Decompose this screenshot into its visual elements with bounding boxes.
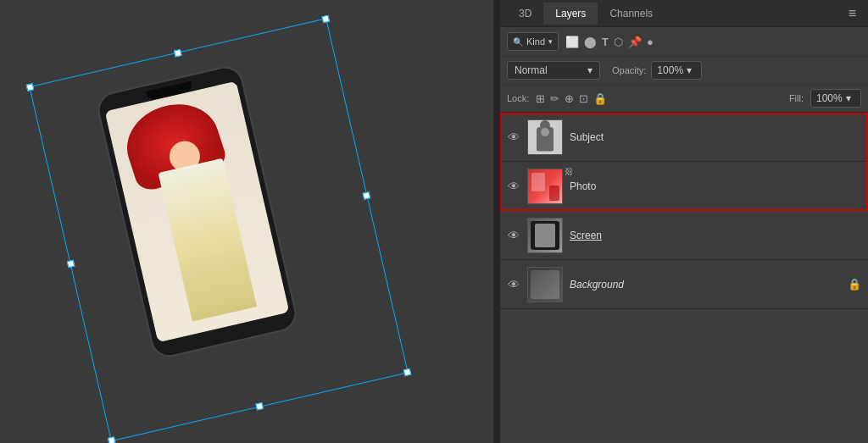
panel-menu-icon[interactable]: ≡ [843,3,861,25]
panel-divider [493,0,500,443]
shape-filter-icon[interactable]: ⬡ [614,36,623,48]
layer-name-background: Background [570,279,841,291]
layers-list: 👁 Subject 👁 ⛓ Photo [500,113,868,443]
visibility-icon-background[interactable]: 👁 [507,278,520,291]
blend-mode-dropdown[interactable]: Normal ▾ [507,61,600,80]
kind-dropdown[interactable]: 🔍 Kind ▾ [507,32,559,51]
filter-icons-group: ⬜ ⬤ T ⬡ 📌 ● [565,36,654,48]
panel-tabs: 3D Layers Channels ≡ [500,0,868,27]
woman-body [159,158,257,322]
layer-row-subject[interactable]: 👁 Subject [500,113,868,162]
fill-input[interactable]: 100% ▾ [810,89,861,108]
blend-mode-label: Normal [515,64,548,76]
lock-paint-icon[interactable]: ✏ [550,92,559,105]
highlighted-layers-group: 👁 Subject 👁 ⛓ Photo [500,113,868,211]
opacity-input[interactable]: 100% ▾ [651,61,702,80]
kind-chevron: ▾ [548,37,553,46]
thumbnail-photo [527,169,563,204]
lock-all-icon[interactable]: 🔒 [593,92,607,105]
fill-chevron: ▾ [846,92,851,104]
pixel-filter-icon[interactable]: ⬤ [584,36,597,48]
visibility-icon-photo[interactable]: 👁 [507,180,520,193]
lock-label: Lock: [507,93,529,103]
layer-name-screen: Screen [570,230,861,241]
visibility-icon-subject[interactable]: 👁 [507,130,520,144]
lock-position-icon[interactable]: ⊡ [579,92,588,105]
text-filter-icon[interactable]: T [602,36,609,48]
lock-icon-background: 🔒 [848,278,861,291]
opacity-value-text: 100% [657,64,683,76]
thumbnail-photo-wrapper: ⛓ [527,169,563,204]
opacity-label: Opacity: [612,65,646,75]
filter-row: 🔍 Kind ▾ ⬜ ⬤ T ⬡ 📌 ● [500,27,868,57]
thumbnail-screen [527,218,563,253]
opacity-chevron: ▾ [687,64,692,76]
layer-name-subject: Subject [570,131,861,143]
handle-mid-left[interactable] [67,260,75,269]
handle-top-left[interactable] [26,83,35,91]
thumbnail-subject [527,119,563,155]
canvas-area [0,0,493,443]
dot-filter-icon[interactable]: ● [647,36,654,48]
link-icon-photo: ⛓ [565,167,573,176]
lock-row: Lock: ⊞ ✏ ⊕ ⊡ 🔒 Fill: 100% ▾ [500,85,868,113]
layer-row-photo[interactable]: 👁 ⛓ Photo [500,162,868,211]
fill-value-text: 100% [816,92,843,104]
kind-label: Kind [526,36,545,47]
tab-channels[interactable]: Channels [598,3,665,25]
thumbnail-background [527,267,563,302]
visibility-icon-screen[interactable]: 👁 [507,229,520,242]
search-icon: 🔍 [513,37,523,47]
layer-row-screen[interactable]: 👁 Screen [500,211,868,260]
tab-3d[interactable]: 3D [507,3,543,25]
lock-artboard-icon[interactable]: ⊕ [565,92,574,105]
layers-panel: 3D Layers Channels ≡ 🔍 Kind ▾ ⬜ ⬤ T ⬡ 📌 … [500,0,868,443]
layer-name-photo: Photo [570,180,861,192]
handle-top-mid[interactable] [174,49,182,58]
blend-row: Normal ▾ Opacity: 100% ▾ [500,57,868,85]
pin-filter-icon[interactable]: 📌 [628,36,642,48]
lock-icons-group: ⊞ ✏ ⊕ ⊡ 🔒 [536,92,607,105]
fill-label: Fill: [789,93,804,103]
lock-pixels-icon[interactable]: ⊞ [536,92,545,105]
layer-row-background[interactable]: 👁 Background 🔒 [500,260,868,309]
image-filter-icon[interactable]: ⬜ [565,36,579,48]
blend-chevron: ▾ [587,64,593,76]
tab-layers[interactable]: Layers [543,3,598,25]
